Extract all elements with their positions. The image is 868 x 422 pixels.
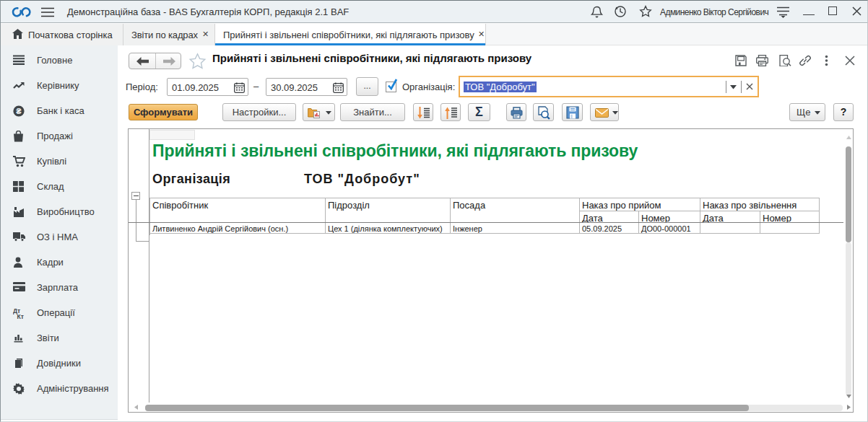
svg-text:Кт: Кт	[17, 313, 24, 319]
svg-text:₴: ₴	[16, 107, 22, 115]
